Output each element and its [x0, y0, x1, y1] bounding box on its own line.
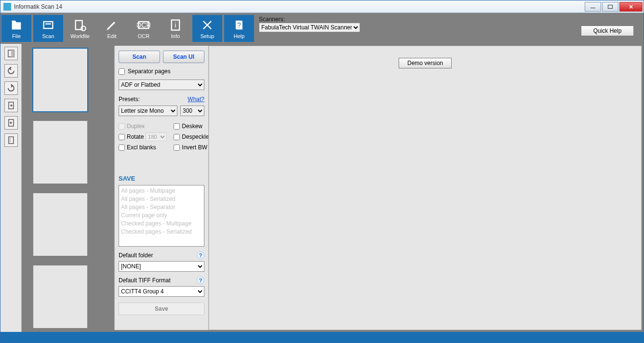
- info-button[interactable]: i Info: [161, 15, 190, 42]
- tools-icon: [200, 18, 215, 32]
- panel-scanui-button[interactable]: Scan UI: [163, 51, 204, 63]
- rotate-cw-button[interactable]: [4, 81, 18, 95]
- default-folder-dropdown[interactable]: [NONE]: [119, 261, 204, 272]
- default-folder-help-icon[interactable]: ?: [197, 251, 204, 259]
- setup-button[interactable]: Setup: [192, 15, 222, 42]
- demo-version-button[interactable]: Demo version: [399, 58, 452, 68]
- dpi-dropdown[interactable]: 300: [180, 106, 204, 116]
- tiff-format-label: Default TIFF Format: [119, 277, 171, 284]
- help-button[interactable]: ? Help: [224, 15, 254, 42]
- toolbar-right: Scanners: FabulaTech Virtual TWAIN Scann…: [255, 13, 644, 44]
- scan-label: Scan: [42, 33, 54, 39]
- list-item[interactable]: Checked pages - Serialized: [121, 228, 202, 236]
- workfile-button[interactable]: Workfile: [65, 15, 95, 42]
- invert-bw-checkbox[interactable]: Invert BW: [174, 144, 209, 151]
- list-item[interactable]: All pages - Serialized: [121, 195, 202, 203]
- main-toolbar: File Scan Workfile Edit OCR OCR: [0, 13, 644, 44]
- main-area: Scan Scan UI Separator pages ADF or Flat…: [0, 44, 644, 332]
- svg-point-16: [10, 141, 11, 142]
- folder-icon: [9, 18, 24, 32]
- rotate-ccw-button[interactable]: [4, 64, 18, 78]
- panel-scan-button[interactable]: Scan: [119, 51, 160, 63]
- presets-help-link[interactable]: What?: [188, 96, 204, 103]
- svg-rect-0: [44, 22, 53, 28]
- info-icon: i: [168, 18, 183, 32]
- edit-label: Edit: [107, 33, 117, 39]
- page-properties-button[interactable]: [4, 133, 18, 147]
- thumbnail-column[interactable]: [22, 44, 114, 332]
- rotate-angle-dropdown[interactable]: 180: [146, 132, 167, 141]
- setup-label: Setup: [201, 33, 215, 39]
- list-item[interactable]: All pages - Separator: [121, 203, 202, 211]
- list-item[interactable]: Current page only: [121, 211, 202, 220]
- svg-rect-13: [9, 137, 13, 144]
- deskew-checkbox[interactable]: Deskew: [174, 123, 209, 130]
- file-label: File: [12, 33, 21, 39]
- svg-text:i: i: [174, 21, 176, 29]
- close-button[interactable]: ×: [619, 2, 643, 12]
- minimize-button[interactable]: [585, 2, 601, 12]
- source-dropdown[interactable]: ADF or Flatbed: [119, 79, 204, 90]
- pencil-icon: [105, 18, 119, 32]
- view-page-button[interactable]: [4, 47, 18, 60]
- save-options-list[interactable]: All pages - Multipage All pages - Serial…: [119, 185, 204, 247]
- despeckle-checkbox[interactable]: Despeckle: [174, 132, 209, 141]
- quick-help-button[interactable]: Quick Help: [581, 26, 634, 36]
- maximize-button[interactable]: [602, 2, 618, 12]
- thumbnail[interactable]: [33, 49, 87, 111]
- save-button[interactable]: Save: [119, 303, 204, 315]
- ocr-icon: OCR: [136, 18, 151, 32]
- scan-button[interactable]: Scan: [33, 15, 63, 42]
- thumbnail[interactable]: [33, 193, 87, 256]
- workfile-label: Workfile: [70, 33, 90, 39]
- help-book-icon: ?: [232, 18, 246, 32]
- page-next-button[interactable]: [4, 99, 18, 112]
- app-icon: [3, 3, 11, 11]
- window-controls: ×: [585, 2, 644, 12]
- svg-point-14: [10, 138, 11, 139]
- window-title: Informatik Scan 14: [14, 3, 585, 10]
- separator-pages-label: Separator pages: [128, 68, 171, 75]
- scanner-selector: Scanners: FabulaTech Virtual TWAIN Scann…: [259, 16, 360, 32]
- app-window: Informatik Scan 14 × File Scan Workfile: [0, 0, 644, 343]
- rotate-checkbox[interactable]: Rotate 180: [119, 132, 167, 141]
- svg-text:OCR: OCR: [137, 21, 150, 29]
- ocr-label: OCR: [138, 33, 149, 39]
- thumbnail[interactable]: [33, 121, 87, 184]
- edit-button[interactable]: Edit: [97, 15, 127, 42]
- svg-text:?: ?: [237, 21, 241, 29]
- duplex-checkbox[interactable]: Duplex: [119, 123, 167, 130]
- scanners-dropdown[interactable]: FabulaTech Virtual TWAIN Scanner: [259, 23, 360, 32]
- tiff-format-dropdown[interactable]: CCITT4 Group 4: [119, 286, 204, 297]
- tiff-format-help-icon[interactable]: ?: [197, 277, 204, 284]
- preset-dropdown[interactable]: Letter size Mono: [119, 106, 177, 116]
- help-label: Help: [234, 33, 245, 39]
- scanner-icon: [41, 18, 55, 32]
- ocr-button[interactable]: OCR OCR: [129, 15, 159, 42]
- file-button[interactable]: File: [1, 15, 31, 42]
- info-label: Info: [171, 33, 180, 39]
- thumbnail[interactable]: [33, 265, 87, 328]
- workfile-icon: [73, 18, 87, 32]
- status-bar: [0, 332, 644, 343]
- save-section-header: SAVE: [119, 175, 204, 182]
- svg-rect-10: [11, 50, 14, 57]
- page-prev-button[interactable]: [4, 116, 18, 130]
- preview-area: Demo version: [209, 46, 642, 330]
- list-item[interactable]: All pages - Multipage: [121, 187, 202, 195]
- default-folder-label: Default folder: [119, 252, 153, 259]
- presets-label: Presets:: [119, 96, 140, 103]
- svg-rect-1: [45, 24, 51, 25]
- titlebar: Informatik Scan 14 ×: [0, 0, 644, 13]
- list-item[interactable]: Checked pages - Multipage: [121, 220, 202, 228]
- left-toolstrip: [0, 44, 22, 332]
- excl-blanks-checkbox[interactable]: Excl blanks: [119, 144, 167, 151]
- separator-pages-checkbox[interactable]: Separator pages: [119, 68, 204, 75]
- settings-panel: Scan Scan UI Separator pages ADF or Flat…: [114, 46, 209, 330]
- scanners-label: Scanners:: [259, 16, 360, 23]
- svg-point-15: [10, 140, 11, 141]
